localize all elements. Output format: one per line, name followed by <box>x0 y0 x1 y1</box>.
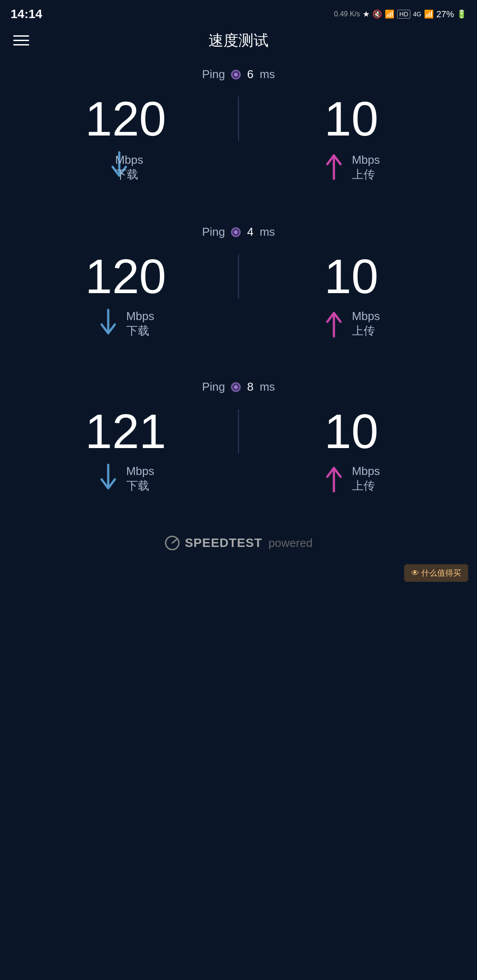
speed-card-3: Ping 8 ms 121 10 Mbps 下载 <box>0 367 477 522</box>
download-dir-2: 下载 <box>126 323 149 339</box>
download-number-container-2: 120 <box>13 252 238 301</box>
info-row-3: Mbps 下载 Mbps 上传 <box>13 463 464 495</box>
status-icons: 0.49 K/s ★ 🔇 📶 HD 4G 📶 27% 🔋 <box>334 9 466 19</box>
speedtest-logo: SPEEDTEST <box>164 535 262 551</box>
download-value-2: 120 <box>85 249 167 303</box>
ping-dot-3 <box>231 382 241 392</box>
watermark-text: 什么值得买 <box>421 569 461 577</box>
ping-value-3: 8 <box>247 380 253 394</box>
download-unit-label-2: Mbps 下载 <box>126 309 155 339</box>
wifi-icon: 📶 <box>385 9 394 19</box>
info-row-1: Mbps 下载 Mbps 上传 <box>13 150 464 185</box>
download-number-container-1: 120 <box>13 94 238 143</box>
speed-numbers-3: 121 10 <box>13 407 464 456</box>
upload-unit-label-3: Mbps 上传 <box>352 464 380 494</box>
speed-card-2: Ping 4 ms 120 10 Mbps 下载 <box>0 212 477 367</box>
upload-unit-2: Mbps <box>352 309 380 323</box>
ping-row-2: Ping 4 ms <box>13 225 464 239</box>
ping-row-1: Ping 6 ms <box>13 68 464 81</box>
upload-value-3: 10 <box>324 404 378 458</box>
svg-line-7 <box>172 539 177 543</box>
upload-info-3: Mbps 上传 <box>239 463 464 495</box>
ping-label-1: Ping <box>202 68 225 81</box>
download-info-3: Mbps 下载 <box>13 463 238 495</box>
upload-value-1: 10 <box>324 91 378 146</box>
watermark-icon: 👁 <box>411 569 421 577</box>
signal-icon: 📶 <box>424 9 434 19</box>
info-row-2: Mbps 下载 Mbps 上传 <box>13 308 464 340</box>
upload-arrow-icon-3 <box>323 463 345 495</box>
ping-unit-1: ms <box>260 68 275 81</box>
upload-value-2: 10 <box>324 249 378 303</box>
speed-card-1: Ping 6 ms 120 10 Mbps 下载 <box>0 54 477 212</box>
upload-number-container-3: 10 <box>239 407 464 456</box>
speed-numbers-2: 120 10 <box>13 252 464 301</box>
download-arrow-icon-3 <box>97 463 119 495</box>
upload-number-container-2: 10 <box>239 252 464 301</box>
app-header: 速度测试 <box>0 26 477 54</box>
ping-row-3: Ping 8 ms <box>13 380 464 394</box>
download-number-container-3: 121 <box>13 407 238 456</box>
download-value-1: 120 <box>85 91 167 146</box>
ping-unit-2: ms <box>260 225 275 239</box>
upload-unit-1: Mbps <box>352 153 380 167</box>
ping-unit-3: ms <box>260 380 275 394</box>
ping-dot-2 <box>231 227 241 237</box>
powered-text: powered <box>269 536 313 550</box>
upload-unit-3: Mbps <box>352 464 380 478</box>
download-dir-1: 下载 <box>115 167 138 182</box>
ping-dot-1 <box>231 70 241 79</box>
lte-icon: 4G <box>413 11 421 18</box>
battery-icon: 🔋 <box>457 9 466 19</box>
mute-icon: 🔇 <box>372 9 382 19</box>
upload-unit-label-1: Mbps 上传 <box>352 153 380 182</box>
ping-label-2: Ping <box>202 225 225 239</box>
upload-number-container-1: 10 <box>239 94 464 143</box>
download-unit-1: Mbps <box>115 153 144 167</box>
bluetooth-icon: ★ <box>363 9 370 19</box>
upload-info-1: Mbps 上传 <box>239 150 464 185</box>
branding-section: SPEEDTEST powered <box>0 522 477 560</box>
status-time: 14:14 <box>11 7 42 21</box>
upload-unit-label-2: Mbps 上传 <box>352 309 380 339</box>
page-title: 速度测试 <box>208 30 269 51</box>
battery-level: 27% <box>436 9 454 19</box>
download-dir-3: 下载 <box>126 478 149 494</box>
upload-arrow-icon-1 <box>323 150 345 185</box>
hamburger-menu[interactable] <box>13 35 29 45</box>
download-info-1: Mbps 下载 <box>13 150 238 185</box>
download-info-2: Mbps 下载 <box>13 308 238 340</box>
watermark-badge: 👁 什么值得买 <box>404 564 468 582</box>
status-bar: 14:14 0.49 K/s ★ 🔇 📶 HD 4G 📶 27% 🔋 <box>0 0 477 26</box>
download-unit-label-3: Mbps 下载 <box>126 464 155 494</box>
upload-dir-3: 上传 <box>352 478 375 494</box>
download-unit-label-1: Mbps 下载 <box>115 153 144 182</box>
upload-dir-2: 上传 <box>352 323 375 339</box>
upload-info-2: Mbps 上传 <box>239 308 464 340</box>
speed-indicator: 0.49 K/s <box>334 10 360 18</box>
upload-dir-1: 上传 <box>352 167 375 182</box>
speed-numbers-1: 120 10 <box>13 94 464 143</box>
download-unit-3: Mbps <box>126 464 155 478</box>
upload-arrow-icon-2 <box>323 308 345 340</box>
speedtest-brand-text: SPEEDTEST <box>185 536 262 550</box>
ping-value-2: 4 <box>247 225 253 239</box>
hd-badge: HD <box>397 10 410 19</box>
ping-label-3: Ping <box>202 380 225 394</box>
ping-value-1: 6 <box>247 68 253 81</box>
download-value-3: 121 <box>85 404 167 458</box>
download-unit-2: Mbps <box>126 309 155 323</box>
speedtest-logo-icon <box>164 535 180 551</box>
download-arrow-icon-2 <box>97 308 119 340</box>
watermark-area: 👁 什么值得买 <box>0 560 477 595</box>
